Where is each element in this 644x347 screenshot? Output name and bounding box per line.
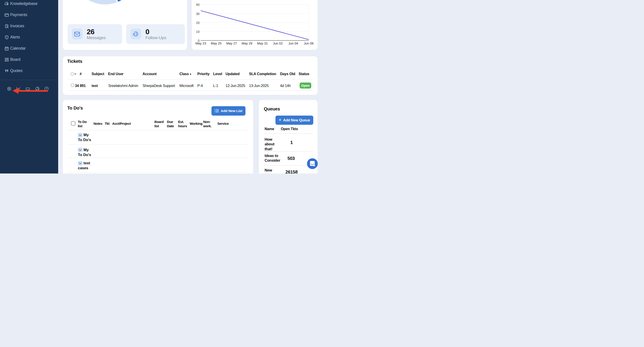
svg-text:May 31: May 31: [257, 41, 268, 45]
svg-text:Jun 06: Jun 06: [304, 41, 314, 45]
svg-text:May 29: May 29: [242, 41, 252, 45]
svg-text:May 25: May 25: [211, 41, 222, 45]
svg-text:30: 30: [196, 12, 200, 15]
svg-text:Jun 04: Jun 04: [288, 41, 298, 45]
svg-text:20: 20: [196, 21, 200, 24]
svg-text:May 23: May 23: [195, 41, 206, 45]
svg-text:40: 40: [196, 3, 200, 6]
svg-text:May 27: May 27: [226, 41, 237, 45]
svg-text:Jun 02: Jun 02: [273, 41, 282, 45]
svg-text:10: 10: [196, 30, 200, 33]
